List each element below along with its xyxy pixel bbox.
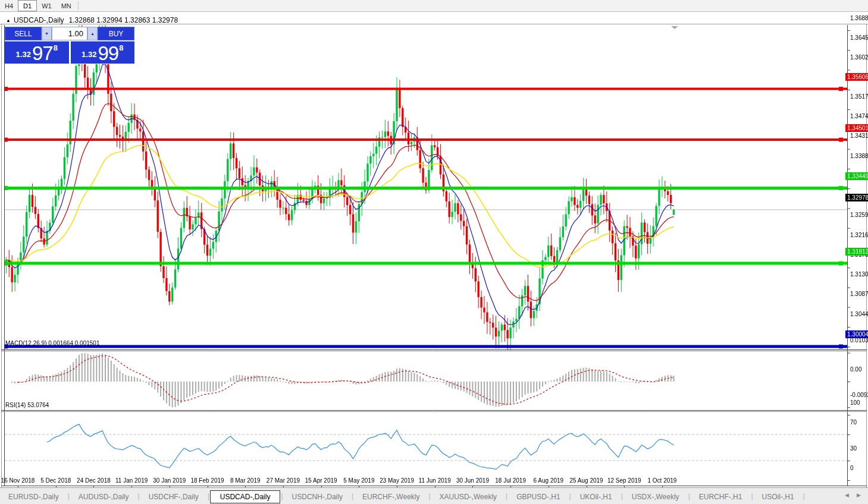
timeframe-toolbar: H4D1W1MN <box>0 0 868 12</box>
price-axis-tick: 1.34310 <box>850 133 868 139</box>
price-axis-tick: 1.34740 <box>850 113 868 119</box>
price-level-badge: 1.31812 <box>845 248 868 256</box>
symbol-tab-bar: ◀ ▶ EURUSD-,Daily|AUDUSD-,Daily|USDCHF-,… <box>0 487 868 504</box>
timeframe-button-d1[interactable]: D1 <box>18 0 37 11</box>
volume-decrease-button[interactable]: ▼ <box>42 27 52 40</box>
symbol-tab-gbpusd[interactable]: GBPUSD-,H1 <box>508 491 568 503</box>
tab-separator: | <box>803 492 806 500</box>
buy-price-main: 99 <box>98 46 118 61</box>
price-axis-tick: 1.36450 <box>850 34 868 41</box>
volume-input[interactable] <box>52 27 87 40</box>
price-axis-tick: 1.30870 <box>850 291 868 297</box>
rsi-axis-tick: 70 <box>850 419 857 426</box>
symbol-tab-usoil[interactable]: USOil-,H1 <box>754 491 803 503</box>
one-click-trade-panel: SELL ▼ ▲ BUY 1.32 97 8 1.32 99 8 <box>5 27 134 64</box>
macd-axis-tick: 0.00 <box>850 366 861 373</box>
date-axis-label: 1 Oct 2019 <box>647 477 676 484</box>
date-axis-label: 12 Sep 2019 <box>607 477 641 484</box>
chevron-down-icon: ▼ <box>45 32 49 36</box>
date-axis-label: 6 Aug 2019 <box>534 477 564 484</box>
symbol-tab-eurusd[interactable]: EURUSD-,Daily <box>0 491 67 503</box>
collapse-chart-icon[interactable]: ▲ <box>6 18 11 23</box>
tabs-scroll-right-icon[interactable]: ▶ <box>857 492 861 498</box>
chart-title-row: ▲USDCAD-,Daily1.32868 1.32994 1.32863 1.… <box>6 16 178 24</box>
date-axis-label: 5 Dec 2018 <box>40 477 71 484</box>
chart-window <box>0 12 868 486</box>
symbol-tab-eurchf[interactable]: EURCHF-,Weekly <box>354 491 428 503</box>
date-axis-label: 16 Nov 2018 <box>1 477 35 484</box>
macd-indicator-label: MACD(12,26,9) 0.001664 0.001501 <box>5 340 99 346</box>
timeframe-button-mn[interactable]: MN <box>57 0 76 11</box>
chevron-up-icon: ▲ <box>90 32 95 36</box>
price-axis-tick: 1.33880 <box>850 153 868 159</box>
buy-button[interactable]: BUY <box>98 27 134 40</box>
sell-button[interactable]: SELL <box>5 27 42 40</box>
price-level-badge: 1.33449 <box>845 172 868 180</box>
macd-axis-tick: 0.010311 <box>850 337 868 344</box>
price-axis-tick: 1.32160 <box>850 232 868 238</box>
symbol-tab-usdcad[interactable]: USDCAD-,Daily <box>210 490 281 503</box>
symbol-tab-ukoil[interactable]: UKOil-,H1 <box>572 491 621 503</box>
symbol-tab-usdcnh[interactable]: USDCNH-,Daily <box>284 491 351 503</box>
date-axis-label: 25 Aug 2019 <box>569 477 603 484</box>
symbol-tab-usdchf[interactable]: USDCHF-,Daily <box>140 491 207 503</box>
date-axis-label: 23 May 2019 <box>380 477 414 484</box>
price-axis-tick: 1.30440 <box>850 311 868 317</box>
price-axis-tick: 1.36880 <box>850 15 868 21</box>
date-axis-label: 18 Feb 2019 <box>190 477 224 484</box>
tabs-scroll-left-icon[interactable]: ◀ <box>845 492 849 498</box>
symbol-tab-xauusd[interactable]: XAUUSD-,Weekly <box>431 491 505 503</box>
sell-price-main: 97 <box>32 46 53 61</box>
price-level-badge: 1.35606 <box>845 73 868 81</box>
symbol-tab-audusd[interactable]: AUDUSD-,Daily <box>70 491 137 503</box>
price-level-badge: 1.34501 <box>845 124 868 132</box>
sell-price-pip: 8 <box>54 43 58 52</box>
timeframe-button-h4[interactable]: H4 <box>0 0 18 11</box>
date-axis-label: 5 May 2019 <box>343 477 374 484</box>
volume-increase-button[interactable]: ▲ <box>87 27 98 40</box>
buy-price-pip: 8 <box>119 43 123 52</box>
price-axis-tick: 1.31300 <box>850 271 868 278</box>
price-axis-tick: 1.32590 <box>850 212 868 218</box>
date-axis-label: 18 Jul 2019 <box>495 477 526 484</box>
date-axis-label: 11 Jun 2019 <box>419 477 451 484</box>
sell-price-display[interactable]: 1.32 97 8 <box>5 41 69 64</box>
timeframe-button-w1[interactable]: W1 <box>37 0 57 11</box>
trade-prices-row: 1.32 97 8 1.32 99 8 <box>5 41 134 64</box>
price-axis-tick: 1.35170 <box>850 93 868 100</box>
trading-app-window: { "toolbar": { "timeframes": [ {"label":… <box>0 0 868 504</box>
macd-axis-tick: -0.00920 <box>850 392 868 398</box>
date-axis-label: 30 Jun 2019 <box>456 477 489 484</box>
buy-price-prefix: 1.32 <box>82 50 96 59</box>
sell-price-prefix: 1.32 <box>16 50 31 59</box>
rsi-axis-tick: 100 <box>850 399 860 406</box>
price-chart-canvas[interactable] <box>0 12 868 504</box>
date-axis-label: 30 Jan 2019 <box>153 477 186 484</box>
rsi-axis-tick: 30 <box>850 445 857 452</box>
date-axis-label: 11 Jan 2019 <box>115 477 148 484</box>
rsi-indicator-label: RSI(14) 53.0764 <box>5 402 49 408</box>
rsi-axis-tick: 0 <box>850 465 854 471</box>
symbol-tab-usdx[interactable]: USDX-,Weekly <box>623 491 688 503</box>
symbol-tab-eurchf[interactable]: EURCHF-,H1 <box>691 491 751 503</box>
date-axis-label: 27 Mar 2019 <box>267 477 300 484</box>
price-level-badge: 1.32978 <box>845 194 868 201</box>
chart-ohlc-values: 1.32868 1.32994 1.32863 1.32978 <box>69 16 178 24</box>
buy-price-display[interactable]: 1.32 99 8 <box>71 41 135 64</box>
date-axis-label: 15 Apr 2019 <box>305 477 337 484</box>
date-axis-label: 24 Dec 2018 <box>77 477 111 484</box>
date-axis-label: 8 Mar 2019 <box>230 477 261 484</box>
trade-controls-row: SELL ▼ ▲ BUY <box>5 27 134 40</box>
chart-symbol-title: USDCAD-,Daily <box>14 16 64 24</box>
price-axis-tick: 1.36020 <box>850 54 868 61</box>
toolbar-separator <box>78 1 79 10</box>
